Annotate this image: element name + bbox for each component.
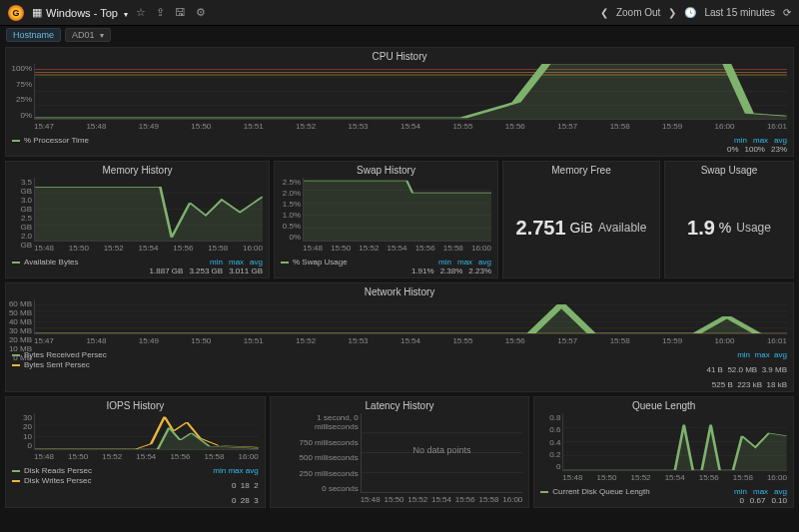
time-prev-button[interactable]: ❮ bbox=[600, 7, 608, 18]
singlestat: 1.9%Usage bbox=[665, 178, 793, 277]
time-next-button[interactable]: ❯ bbox=[668, 7, 676, 18]
panel-title: Memory History bbox=[6, 162, 269, 178]
var-label-hostname: Hostname bbox=[6, 28, 61, 42]
panel-title: Latency History bbox=[271, 397, 529, 413]
panel-title: Memory Free bbox=[503, 162, 659, 178]
panel-cpu-history[interactable]: CPU History 100%75%25%0% 15:4715:4815:49… bbox=[5, 47, 794, 157]
clock-icon: 🕓 bbox=[684, 7, 696, 18]
share-icon[interactable]: ⇪ bbox=[156, 6, 165, 19]
legend-stats: 0% 100% 23% bbox=[6, 145, 793, 156]
templating-row: Hostname AD01 bbox=[0, 26, 799, 44]
zoom-out-button[interactable]: Zoom Out bbox=[616, 7, 660, 18]
dashboard-title: Windows - Top bbox=[46, 7, 118, 19]
refresh-icon[interactable]: ⟳ bbox=[783, 7, 791, 18]
panel-title: Swap Usage bbox=[665, 162, 793, 178]
legend-item: % Processor Time bbox=[12, 136, 89, 145]
star-icon[interactable]: ☆ bbox=[136, 6, 146, 19]
panel-title: Swap History bbox=[275, 162, 497, 178]
y-axis: 100%75%25%0% bbox=[8, 64, 32, 120]
panel-queue-length[interactable]: Queue Length 0.80.60.40.20 15:4815:5015:… bbox=[533, 396, 794, 508]
x-axis: 15:4715:4815:4915:5015:5115:5215:5315:54… bbox=[34, 122, 787, 132]
panel-iops-history[interactable]: IOPS History 3020100 15:4815:5015:5215:5… bbox=[5, 396, 266, 508]
save-icon[interactable]: 🖫 bbox=[175, 6, 186, 19]
singlestat: 2.751GiBAvailable bbox=[503, 178, 659, 277]
chevron-down-icon bbox=[122, 7, 128, 19]
dashboard-grid: CPU History 100%75%25%0% 15:4715:4815:49… bbox=[0, 44, 799, 511]
gear-icon[interactable]: ⚙ bbox=[196, 6, 206, 19]
no-data-label: No data points bbox=[362, 445, 523, 455]
panel-title: CPU History bbox=[6, 48, 793, 64]
panel-swap-usage[interactable]: Swap Usage 1.9%Usage bbox=[664, 161, 794, 278]
panel-network-history[interactable]: Network History 60 MB50 MB40 MB30 MB20 M… bbox=[5, 282, 794, 392]
chart-area: 100%75%25%0% 15:4715:4815:4915:5015:5115… bbox=[34, 64, 787, 132]
panel-title: Queue Length bbox=[534, 397, 793, 413]
time-range-picker[interactable]: Last 15 minutes bbox=[704, 7, 775, 18]
panel-memory-free[interactable]: Memory Free 2.751GiBAvailable bbox=[502, 161, 660, 278]
panel-title: IOPS History bbox=[6, 397, 265, 413]
top-bar: G ▦ Windows - Top ☆ ⇪ 🖫 ⚙ ❮ Zoom Out ❯ 🕓… bbox=[0, 0, 799, 26]
dashboard-picker-button[interactable]: ▦ Windows - Top bbox=[32, 6, 128, 19]
grid-icon: ▦ bbox=[32, 6, 42, 19]
panel-swap-history[interactable]: Swap History 2.5%2.0%1.5%1.0%0.5%0% 15:4… bbox=[274, 161, 498, 278]
grafana-logo[interactable]: G bbox=[8, 5, 24, 21]
var-select-hostname[interactable]: AD01 bbox=[65, 28, 111, 42]
panel-latency-history[interactable]: Latency History 1 second, 0 milliseconds… bbox=[270, 396, 530, 508]
panel-title: Network History bbox=[6, 283, 793, 299]
panel-memory-history[interactable]: Memory History 3.5 GB3.0 GB2.5 GB2.0 GB … bbox=[5, 161, 270, 278]
